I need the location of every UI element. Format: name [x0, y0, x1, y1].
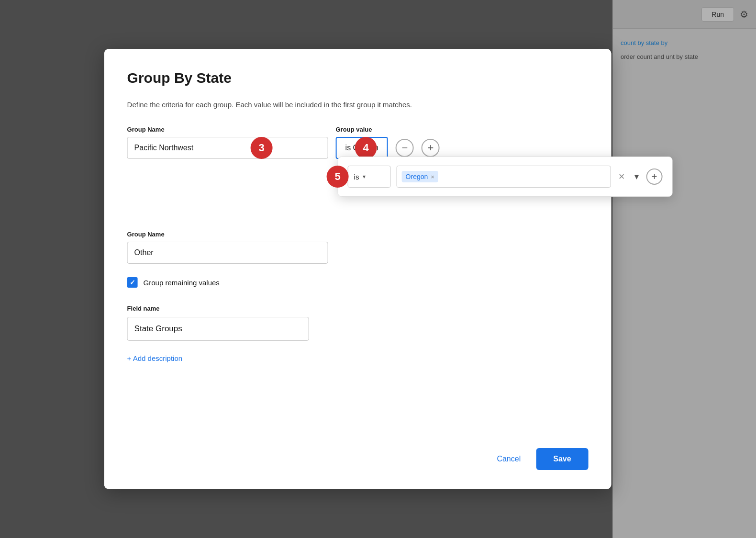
checkbox[interactable]: ✓	[127, 277, 138, 288]
add-condition-button[interactable]: +	[422, 139, 440, 157]
tag-input-area[interactable]: Oregon ×	[397, 166, 611, 188]
cancel-button[interactable]: Cancel	[489, 450, 528, 468]
clear-values-button[interactable]: ×	[617, 170, 627, 183]
save-button[interactable]: Save	[536, 448, 588, 470]
dialog-title: Group By State	[127, 70, 589, 86]
group1-name-label: Group Name	[127, 126, 328, 133]
group2-name-label: Group Name	[127, 231, 589, 238]
step5-badge: 5	[327, 166, 349, 188]
group2-row: Group Name	[127, 231, 589, 264]
field-name-label: Field name	[127, 305, 589, 312]
operator-label: is	[354, 173, 359, 181]
group2-name-input[interactable]	[127, 242, 328, 264]
step3-badge: 3	[251, 137, 273, 159]
field-name-input[interactable]	[127, 317, 309, 341]
tag-remove-icon[interactable]: ×	[431, 173, 434, 180]
tag-value: Oregon	[406, 173, 428, 180]
dialog: Group By State Define the criteria for e…	[104, 49, 611, 489]
remove-condition-button[interactable]: −	[396, 139, 414, 157]
group1-value-label: Group value	[336, 126, 372, 133]
value-dropdown-popup: 5 is ▾ Oregon × × ▾ +	[338, 157, 673, 197]
oregon-tag: Oregon ×	[402, 171, 438, 182]
checkbox-row: ✓ Group remaining values	[127, 277, 589, 288]
operator-chevron-icon: ▾	[363, 173, 366, 180]
add-value-button[interactable]: +	[646, 168, 663, 185]
dialog-description: Define the criteria for each group. Each…	[127, 101, 589, 109]
checkbox-check-icon: ✓	[130, 279, 135, 286]
field-name-section: Field name	[127, 305, 589, 341]
checkbox-label: Group remaining values	[144, 279, 220, 287]
group1-name-input[interactable]	[127, 137, 328, 159]
dialog-footer: Cancel Save	[127, 448, 589, 470]
step4-badge: 4	[355, 137, 377, 159]
operator-dropdown[interactable]: is ▾	[348, 166, 391, 188]
dropdown-expand-button[interactable]: ▾	[633, 171, 641, 182]
group1-row: Group Name Group value 3 4 is Oregon − +…	[127, 126, 589, 159]
add-description-link[interactable]: + Add description	[127, 354, 589, 362]
